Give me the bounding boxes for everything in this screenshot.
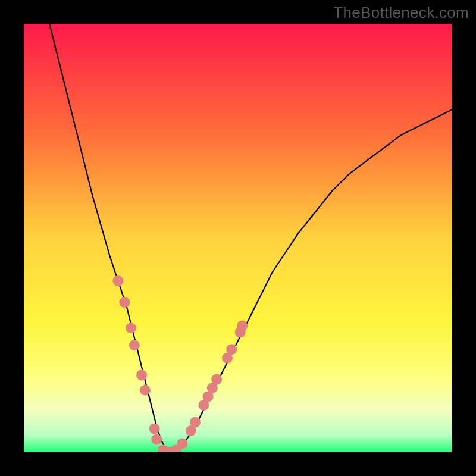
gradient-background xyxy=(24,24,452,452)
benchmark-point xyxy=(136,369,147,380)
benchmark-point xyxy=(126,322,136,333)
benchmark-point xyxy=(140,385,151,396)
benchmark-point xyxy=(151,434,162,444)
benchmark-point xyxy=(190,417,201,428)
benchmark-point xyxy=(119,297,130,308)
plot-area xyxy=(24,24,452,452)
watermark-text: TheBottleneck.com xyxy=(333,4,469,22)
chart-container: TheBottleneck.com xyxy=(0,0,476,476)
benchmark-point xyxy=(129,340,140,350)
benchmark-point xyxy=(211,374,222,385)
benchmark-point xyxy=(112,275,123,286)
benchmark-point xyxy=(177,439,187,449)
benchmark-point xyxy=(237,321,248,331)
benchmark-point xyxy=(149,423,160,434)
chart-svg xyxy=(24,24,452,452)
benchmark-point xyxy=(226,344,237,355)
